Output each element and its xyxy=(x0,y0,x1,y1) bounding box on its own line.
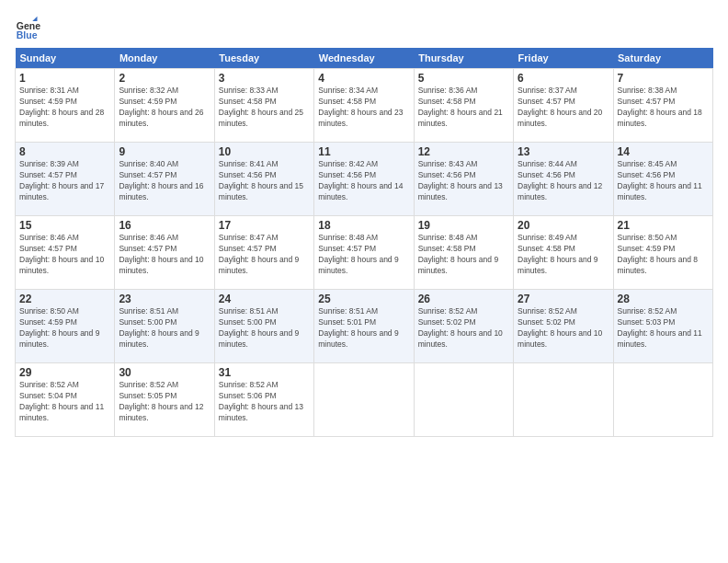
day-number: 26 xyxy=(418,293,509,305)
day-info: Sunrise: 8:38 AMSunset: 4:57 PMDaylight:… xyxy=(618,86,709,130)
calendar-cell: 3Sunrise: 8:33 AMSunset: 4:58 PMDaylight… xyxy=(214,69,313,143)
calendar-cell: 9Sunrise: 8:40 AMSunset: 4:57 PMDaylight… xyxy=(115,143,214,216)
day-number: 14 xyxy=(618,145,709,158)
calendar-cell: 31Sunrise: 8:52 AMSunset: 5:06 PMDayligh… xyxy=(214,363,313,437)
day-number: 20 xyxy=(518,219,609,232)
day-info: Sunrise: 8:43 AMSunset: 4:56 PMDaylight:… xyxy=(418,159,509,203)
calendar-cell: 5Sunrise: 8:36 AMSunset: 4:58 PMDaylight… xyxy=(414,69,513,143)
week-row-4: 22Sunrise: 8:50 AMSunset: 4:59 PMDayligh… xyxy=(16,290,713,363)
calendar-cell: 22Sunrise: 8:50 AMSunset: 4:59 PMDayligh… xyxy=(16,290,115,363)
calendar-cell: 8Sunrise: 8:39 AMSunset: 4:57 PMDaylight… xyxy=(16,143,115,216)
day-number: 4 xyxy=(318,72,409,85)
day-info: Sunrise: 8:41 AMSunset: 4:56 PMDaylight:… xyxy=(219,159,310,203)
day-number: 21 xyxy=(618,219,709,232)
logo: General Blue xyxy=(15,15,44,40)
day-number: 5 xyxy=(418,72,509,85)
calendar-cell: 24Sunrise: 8:51 AMSunset: 5:00 PMDayligh… xyxy=(214,290,313,363)
col-header-wednesday: Wednesday xyxy=(314,48,414,69)
calendar-cell: 26Sunrise: 8:52 AMSunset: 5:02 PMDayligh… xyxy=(414,290,513,363)
day-info: Sunrise: 8:51 AMSunset: 5:01 PMDaylight:… xyxy=(318,306,409,350)
calendar-cell: 11Sunrise: 8:42 AMSunset: 4:56 PMDayligh… xyxy=(314,143,414,216)
day-info: Sunrise: 8:39 AMSunset: 4:57 PMDaylight:… xyxy=(19,159,110,203)
day-number: 15 xyxy=(19,219,110,232)
calendar-cell: 6Sunrise: 8:37 AMSunset: 4:57 PMDaylight… xyxy=(514,69,613,143)
col-header-tuesday: Tuesday xyxy=(214,48,313,69)
day-number: 22 xyxy=(19,293,110,305)
calendar-cell: 30Sunrise: 8:52 AMSunset: 5:05 PMDayligh… xyxy=(115,363,214,437)
day-number: 27 xyxy=(518,293,609,305)
day-info: Sunrise: 8:49 AMSunset: 4:58 PMDaylight:… xyxy=(518,233,609,277)
day-number: 30 xyxy=(119,366,210,379)
calendar-cell: 18Sunrise: 8:48 AMSunset: 4:57 PMDayligh… xyxy=(314,216,414,290)
col-header-friday: Friday xyxy=(514,48,613,69)
day-info: Sunrise: 8:48 AMSunset: 4:58 PMDaylight:… xyxy=(418,233,509,277)
day-info: Sunrise: 8:32 AMSunset: 4:59 PMDaylight:… xyxy=(119,86,210,130)
day-info: Sunrise: 8:40 AMSunset: 4:57 PMDaylight:… xyxy=(119,159,210,203)
week-row-2: 8Sunrise: 8:39 AMSunset: 4:57 PMDaylight… xyxy=(16,143,713,216)
col-header-monday: Monday xyxy=(115,48,214,69)
day-info: Sunrise: 8:51 AMSunset: 5:00 PMDaylight:… xyxy=(119,306,210,350)
col-header-thursday: Thursday xyxy=(414,48,513,69)
day-info: Sunrise: 8:48 AMSunset: 4:57 PMDaylight:… xyxy=(318,233,409,277)
day-number: 6 xyxy=(518,72,609,85)
day-info: Sunrise: 8:52 AMSunset: 5:02 PMDaylight:… xyxy=(518,306,609,350)
day-number: 18 xyxy=(318,219,409,232)
logo-icon: General Blue xyxy=(15,15,40,40)
calendar-cell xyxy=(314,363,414,437)
day-info: Sunrise: 8:52 AMSunset: 5:03 PMDaylight:… xyxy=(618,306,709,350)
calendar-cell: 28Sunrise: 8:52 AMSunset: 5:03 PMDayligh… xyxy=(613,290,712,363)
day-info: Sunrise: 8:50 AMSunset: 4:59 PMDaylight:… xyxy=(618,233,709,277)
day-number: 16 xyxy=(119,219,210,232)
calendar-cell: 1Sunrise: 8:31 AMSunset: 4:59 PMDaylight… xyxy=(16,69,115,143)
calendar-cell xyxy=(414,363,513,437)
week-row-1: 1Sunrise: 8:31 AMSunset: 4:59 PMDaylight… xyxy=(16,69,713,143)
col-header-saturday: Saturday xyxy=(613,48,712,69)
day-info: Sunrise: 8:37 AMSunset: 4:57 PMDaylight:… xyxy=(518,86,609,130)
day-number: 10 xyxy=(219,145,310,158)
day-info: Sunrise: 8:52 AMSunset: 5:02 PMDaylight:… xyxy=(418,306,509,350)
week-row-5: 29Sunrise: 8:52 AMSunset: 5:04 PMDayligh… xyxy=(16,363,713,437)
day-number: 8 xyxy=(19,145,110,158)
day-number: 2 xyxy=(119,72,210,85)
day-info: Sunrise: 8:44 AMSunset: 4:56 PMDaylight:… xyxy=(518,159,609,203)
calendar-cell: 4Sunrise: 8:34 AMSunset: 4:58 PMDaylight… xyxy=(314,69,414,143)
day-number: 19 xyxy=(418,219,509,232)
calendar-cell xyxy=(514,363,613,437)
day-info: Sunrise: 8:52 AMSunset: 5:06 PMDaylight:… xyxy=(219,380,310,424)
day-info: Sunrise: 8:47 AMSunset: 4:57 PMDaylight:… xyxy=(219,233,310,277)
calendar-cell: 25Sunrise: 8:51 AMSunset: 5:01 PMDayligh… xyxy=(314,290,414,363)
calendar-cell: 2Sunrise: 8:32 AMSunset: 4:59 PMDaylight… xyxy=(115,69,214,143)
calendar-cell xyxy=(613,363,712,437)
day-number: 29 xyxy=(19,366,110,379)
calendar-cell: 20Sunrise: 8:49 AMSunset: 4:58 PMDayligh… xyxy=(514,216,613,290)
calendar-cell: 12Sunrise: 8:43 AMSunset: 4:56 PMDayligh… xyxy=(414,143,513,216)
calendar-cell: 13Sunrise: 8:44 AMSunset: 4:56 PMDayligh… xyxy=(514,143,613,216)
day-info: Sunrise: 8:46 AMSunset: 4:57 PMDaylight:… xyxy=(19,233,110,277)
calendar-cell: 10Sunrise: 8:41 AMSunset: 4:56 PMDayligh… xyxy=(214,143,313,216)
week-row-3: 15Sunrise: 8:46 AMSunset: 4:57 PMDayligh… xyxy=(16,216,713,290)
day-info: Sunrise: 8:46 AMSunset: 4:57 PMDaylight:… xyxy=(119,233,210,277)
calendar-cell: 16Sunrise: 8:46 AMSunset: 4:57 PMDayligh… xyxy=(115,216,214,290)
day-number: 25 xyxy=(318,293,409,305)
calendar-cell: 19Sunrise: 8:48 AMSunset: 4:58 PMDayligh… xyxy=(414,216,513,290)
page: General Blue SundayMondayTuesdayWednesda… xyxy=(0,0,728,563)
day-number: 1 xyxy=(19,72,110,85)
day-number: 31 xyxy=(219,366,310,379)
day-info: Sunrise: 8:45 AMSunset: 4:56 PMDaylight:… xyxy=(618,159,709,203)
calendar-table: SundayMondayTuesdayWednesdayThursdayFrid… xyxy=(15,48,713,437)
day-number: 11 xyxy=(318,145,409,158)
day-number: 24 xyxy=(219,293,310,305)
svg-text:Blue: Blue xyxy=(17,29,38,40)
day-info: Sunrise: 8:33 AMSunset: 4:58 PMDaylight:… xyxy=(219,86,310,130)
day-info: Sunrise: 8:50 AMSunset: 4:59 PMDaylight:… xyxy=(19,306,110,350)
calendar-cell: 17Sunrise: 8:47 AMSunset: 4:57 PMDayligh… xyxy=(214,216,313,290)
day-info: Sunrise: 8:52 AMSunset: 5:04 PMDaylight:… xyxy=(19,380,110,424)
calendar-cell: 29Sunrise: 8:52 AMSunset: 5:04 PMDayligh… xyxy=(16,363,115,437)
day-info: Sunrise: 8:34 AMSunset: 4:58 PMDaylight:… xyxy=(318,86,409,130)
calendar-cell: 23Sunrise: 8:51 AMSunset: 5:00 PMDayligh… xyxy=(115,290,214,363)
day-number: 17 xyxy=(219,219,310,232)
day-number: 28 xyxy=(618,293,709,305)
col-header-sunday: Sunday xyxy=(16,48,115,69)
calendar-cell: 15Sunrise: 8:46 AMSunset: 4:57 PMDayligh… xyxy=(16,216,115,290)
header-row: SundayMondayTuesdayWednesdayThursdayFrid… xyxy=(16,48,713,69)
